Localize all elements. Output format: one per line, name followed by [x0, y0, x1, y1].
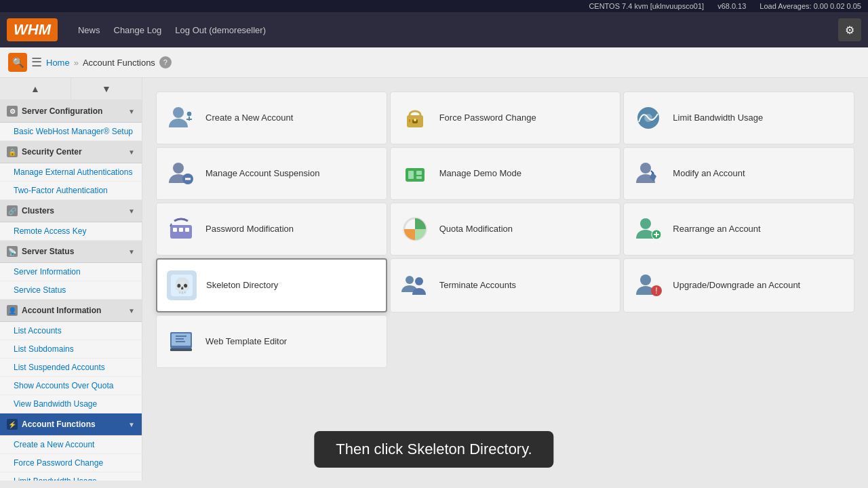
content-area: Create a New AccountForce Password Chang… [142, 78, 868, 481]
sidebar-item-limit-bandwidth[interactable]: Limit Bandwidth Usage [0, 472, 142, 481]
svg-point-18 [640, 163, 651, 174]
hamburger-button[interactable]: ☰ [31, 55, 42, 70]
svg-point-1 [186, 111, 192, 117]
nav-changelog[interactable]: Change Log [114, 25, 162, 35]
limit-bw-label: Limit Bandwidth Usage [673, 113, 763, 124]
sidebar-item-server-status[interactable]: 📡 Server Status ▼ [0, 241, 142, 263]
nav-logout[interactable]: Log Out (demoreseller) [175, 25, 266, 35]
terminate-label: Terminate Accounts [439, 280, 516, 291]
password-mod-label: Password Modification [205, 224, 294, 235]
demo-mode-icon [400, 159, 430, 188]
account-info-icon: 👤 [7, 305, 18, 316]
tile-password-mod[interactable]: Password Modification [156, 203, 387, 256]
svg-rect-22 [179, 228, 183, 232]
svg-point-32 [406, 276, 414, 284]
modify-account-label: Modify an Account [673, 168, 745, 180]
sidebar-down-button[interactable]: ▼ [71, 78, 142, 100]
tile-web-template[interactable]: Web Template Editor [156, 315, 387, 368]
tooltip-banner: Then click Skeleton Directory. [314, 431, 553, 468]
sidebar-item-server-information[interactable]: Server Information [0, 263, 142, 281]
account-functions-icon: ⚡ [7, 419, 18, 430]
quota-mod-icon [400, 214, 430, 244]
security-label: Security Center [22, 147, 82, 157]
sidebar-item-force-password-change[interactable]: Force Password Change [0, 454, 142, 472]
server-config-toggle: ▼ [128, 108, 135, 115]
server-config-label: Server Configuration [22, 106, 102, 116]
breadcrumb-current: Account Functions [83, 58, 155, 68]
svg-rect-39 [170, 348, 192, 351]
sidebar-item-service-status[interactable]: Service Status [0, 281, 142, 300]
manage-suspension-icon [166, 159, 196, 188]
nav-news[interactable]: News [78, 25, 100, 35]
sidebar-item-server-configuration[interactable]: ⚙ Server Configuration ▼ [0, 100, 142, 123]
breadcrumb-home[interactable]: Home [46, 58, 70, 68]
tooltip-text: Then click Skeleton Directory. [336, 441, 532, 458]
rearrange-icon [633, 214, 663, 244]
svg-text:💀: 💀 [173, 277, 192, 295]
tile-force-pw[interactable]: Force Password Change [390, 92, 621, 144]
clusters-label: Clusters [22, 206, 54, 216]
security-toggle: ▼ [128, 148, 135, 156]
sidebar-item-account-functions[interactable]: ⚡ Account Functions ▼ [0, 413, 142, 436]
sidebar-item-account-information[interactable]: 👤 Account Information ▼ [0, 300, 142, 322]
tile-skeleton[interactable]: 💀Skeleton Directory [156, 258, 387, 312]
skeleton-icon: 💀 [167, 270, 197, 300]
tile-create-account[interactable]: Create a New Account [156, 92, 387, 144]
search-button[interactable]: 🔍 [8, 53, 27, 72]
server-status-toggle: ▼ [128, 248, 135, 256]
server-info: CENTOS 7.4 kvm [uklnvuupsco01] [589, 2, 704, 10]
sidebar-item-list-suspended[interactable]: List Suspended Accounts [0, 359, 142, 377]
terminate-icon [400, 270, 430, 300]
settings-button[interactable]: ⚙ [838, 18, 861, 41]
svg-rect-21 [173, 228, 177, 232]
sidebar-item-two-factor[interactable]: Two-Factor Authentication [0, 182, 142, 200]
sidebar-item-manage-external-auth[interactable]: Manage External Authentications [0, 163, 142, 182]
tile-quota-mod[interactable]: Quota Modification [390, 203, 621, 256]
sidebar-item-list-subdomains[interactable]: List Subdomains [0, 340, 142, 359]
sidebar-item-show-over-quota[interactable]: Show Accounts Over Quota [0, 377, 142, 395]
sidebar-item-create-new-account[interactable]: Create a New Account [0, 436, 142, 454]
svg-rect-15 [408, 171, 414, 179]
sidebar-item-remote-access-key[interactable]: Remote Access Key [0, 222, 142, 241]
sidebar-item-clusters[interactable]: 🔗 Clusters ▼ [0, 200, 142, 222]
upgrade-downgrade-icon: ! [633, 270, 663, 300]
skeleton-label: Skeleton Directory [206, 280, 278, 291]
top-bar: CENTOS 7.4 kvm [uklnvuupsco01] v68.0.13 … [0, 0, 868, 12]
create-account-icon [166, 103, 196, 133]
server-status-icon: 📡 [7, 246, 18, 257]
svg-point-26 [640, 218, 651, 229]
sidebar-item-list-accounts[interactable]: List Accounts [0, 322, 142, 340]
tile-upgrade-downgrade[interactable]: !Upgrade/Downgrade an Account [623, 258, 854, 312]
web-template-label: Web Template Editor [205, 336, 287, 348]
account-functions-toggle: ▼ [128, 421, 135, 428]
clusters-toggle: ▼ [128, 207, 135, 215]
server-config-icon: ⚙ [7, 106, 18, 117]
functions-grid: Create a New AccountForce Password Chang… [156, 92, 854, 368]
sidebar-item-view-bandwidth[interactable]: View Bandwidth Usage [0, 395, 142, 413]
demo-mode-label: Manage Demo Mode [439, 168, 521, 180]
svg-text:!: ! [656, 286, 658, 296]
sidebar-nav-arrows: ▲ ▼ [0, 78, 142, 100]
tile-limit-bw[interactable]: Limit Bandwidth Usage [623, 92, 854, 144]
tile-rearrange[interactable]: Rearrange an Account [623, 203, 854, 256]
account-functions-label: Account Functions [22, 420, 96, 429]
logo[interactable]: WHM [7, 18, 58, 41]
help-icon[interactable]: ? [159, 56, 172, 68]
svg-point-0 [173, 107, 184, 118]
svg-point-10 [644, 114, 652, 122]
sidebar-item-security-center[interactable]: 🔒 Security Center ▼ [0, 141, 142, 163]
tile-manage-suspension[interactable]: Manage Account Suspension [156, 147, 387, 200]
sidebar-up-button[interactable]: ▲ [0, 78, 71, 100]
limit-bw-icon [633, 103, 663, 133]
tile-terminate[interactable]: Terminate Accounts [390, 258, 621, 312]
server-status-label: Server Status [22, 247, 74, 256]
tile-demo-mode[interactable]: Manage Demo Mode [390, 147, 621, 200]
security-icon: 🔒 [7, 146, 18, 157]
sidebar-item-basic-webhost[interactable]: Basic WebHost Manager® Setup [0, 123, 142, 141]
svg-rect-5 [410, 111, 420, 118]
tile-modify-account[interactable]: Modify an Account [623, 147, 854, 200]
force-pw-icon [400, 103, 430, 133]
header: WHM News Change Log Log Out (demoreselle… [0, 12, 868, 47]
quota-mod-label: Quota Modification [439, 224, 513, 235]
account-info-toggle: ▼ [128, 307, 135, 314]
